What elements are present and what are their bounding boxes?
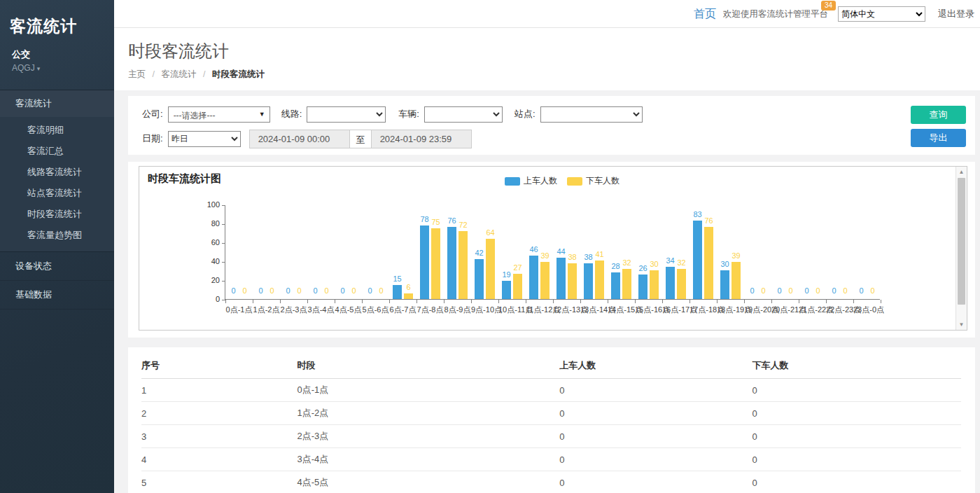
- col-header-timeslot: 时段: [297, 350, 559, 379]
- bar-boarding: [611, 272, 620, 299]
- home-link[interactable]: 首页: [694, 7, 716, 22]
- table-cell: 1点-2点: [297, 402, 559, 425]
- date-end-input[interactable]: [371, 130, 472, 148]
- scroll-down-arrow[interactable]: ▼: [956, 319, 967, 330]
- table-row: 10点-1点00: [141, 379, 961, 402]
- date-start-input[interactable]: [249, 130, 350, 148]
- sidebar-subitem[interactable]: 站点客流统计: [0, 183, 114, 204]
- language-select[interactable]: 简体中文: [838, 6, 925, 22]
- sidebar-subitem[interactable]: 客流汇总: [0, 141, 114, 162]
- legend-label: 上车人数: [524, 175, 557, 187]
- bar-boarding: [720, 270, 729, 299]
- bar-value-label: 76: [698, 216, 720, 225]
- legend-item-boarding[interactable]: 上车人数: [505, 175, 557, 187]
- station-select[interactable]: [540, 106, 643, 123]
- notification-badge[interactable]: 34: [821, 1, 836, 11]
- x-axis-tick: [416, 300, 417, 303]
- bar-alighting: [595, 261, 604, 299]
- logout-link[interactable]: 退出登录: [938, 8, 974, 20]
- table-cell: 0: [752, 402, 961, 425]
- scrollbar-thumb[interactable]: [958, 178, 965, 305]
- x-axis-tick: [580, 300, 581, 303]
- bar-boarding: [447, 227, 456, 299]
- sidebar-item-passenger-stats[interactable]: 客流统计: [0, 90, 114, 117]
- bar-alighting: [404, 293, 413, 299]
- table-panel: 序号 时段 上车人数 下车人数 10点-1点0021点-2点0032点-3点00…: [128, 347, 975, 493]
- x-axis-tick: [608, 300, 608, 303]
- x-axis-label: 22点-23点: [826, 305, 853, 315]
- scroll-up-arrow[interactable]: ▲: [956, 167, 967, 177]
- y-axis-label: 20: [196, 276, 220, 284]
- company-select[interactable]: ---请选择--- ▼: [168, 106, 270, 123]
- x-axis-tick: [389, 300, 390, 303]
- bar-alighting: [677, 269, 686, 299]
- bar-boarding: [584, 263, 593, 299]
- breadcrumb: 主页 / 客流统计 / 时段客流统计: [128, 69, 980, 81]
- breadcrumb-separator: /: [152, 69, 154, 79]
- company-label: 公司:: [142, 108, 163, 120]
- date-label: 日期:: [142, 132, 163, 145]
- export-button[interactable]: 导出: [911, 129, 966, 147]
- search-button[interactable]: 查询: [911, 106, 966, 124]
- sidebar-subitem[interactable]: 时段客流统计: [0, 204, 114, 225]
- bar-chart-plot: 0204060801000点-1点001点-2点002点-3点003点-4点00…: [225, 205, 880, 300]
- table-cell: 0: [559, 379, 752, 402]
- breadcrumb-passenger-stats[interactable]: 客流统计: [161, 69, 196, 79]
- sidebar: 客流统计 公交 AQGJ▾ 客流统计 客流明细客流汇总线路客流统计站点客流统计时…: [0, 0, 114, 493]
- bar-value-label: 72: [452, 221, 474, 229]
- bar-value-label: 32: [671, 258, 692, 267]
- date-preset-select[interactable]: 昨日: [168, 131, 241, 147]
- breadcrumb-home[interactable]: 主页: [128, 69, 146, 79]
- account-name: AQGJ: [12, 63, 35, 73]
- x-axis-label: 18点-19点: [717, 305, 744, 315]
- sidebar-item-base-data[interactable]: 基础数据: [0, 281, 114, 310]
- table-row: 32点-3点00: [141, 425, 961, 448]
- table-cell: 0: [559, 425, 752, 448]
- chart-legend: 上车人数 下车人数: [505, 175, 629, 187]
- bar-alighting: [732, 262, 741, 299]
- legend-label: 下车人数: [586, 175, 620, 187]
- bar-boarding: [666, 267, 675, 299]
- topbar: 首页 欢迎使用客流统计管理平台 34 简体中文 退出登录: [114, 0, 980, 28]
- sidebar-subitem[interactable]: 线路客流统计: [0, 162, 114, 183]
- x-axis-label: 11点-12点: [526, 305, 553, 315]
- vehicle-select[interactable]: [424, 106, 503, 123]
- table-cell: 0: [752, 471, 961, 493]
- org-name: 公交: [0, 37, 114, 61]
- y-axis-tick: [222, 281, 225, 282]
- sidebar-subitem[interactable]: 客流量趋势图: [0, 225, 114, 246]
- chart-scrollbar[interactable]: ▲ ▼: [955, 167, 967, 330]
- table-row: 21点-2点00: [141, 402, 961, 425]
- x-axis-label: 0点-1点: [225, 305, 253, 315]
- legend-item-alighting[interactable]: 下车人数: [567, 175, 620, 187]
- line-select[interactable]: [307, 106, 386, 123]
- bar-boarding: [556, 258, 566, 299]
- vehicle-label: 车辆:: [398, 108, 419, 120]
- table-cell: 0: [559, 448, 752, 471]
- sidebar-item-device-status[interactable]: 设备状态: [0, 252, 114, 281]
- x-axis-label: 15点-16点: [635, 305, 662, 315]
- table-cell: 0: [559, 471, 752, 493]
- x-axis-tick: [799, 300, 799, 303]
- x-axis-label: 23点-0点: [853, 305, 881, 315]
- x-axis-label: 7点-8点: [416, 305, 444, 315]
- x-axis-label: 3点-4点: [307, 305, 335, 315]
- bar-alighting: [650, 270, 659, 299]
- bar-boarding: [475, 259, 484, 299]
- x-axis-label: 20点-21点: [771, 305, 799, 315]
- col-header-index: 序号: [141, 350, 297, 379]
- company-select-value: ---请选择---: [174, 111, 216, 120]
- table-cell: 5: [141, 471, 297, 493]
- x-axis-label: 19点-20点: [744, 305, 771, 315]
- col-header-boarding: 上车人数: [559, 350, 752, 379]
- account-dropdown[interactable]: AQGJ▾: [0, 61, 114, 73]
- table-cell: 0点-1点: [297, 379, 559, 402]
- chart-title: 时段车流统计图: [148, 172, 221, 186]
- bar-boarding: [693, 221, 702, 299]
- table-cell: 3: [141, 425, 297, 448]
- sidebar-subitem[interactable]: 客流明细: [0, 120, 114, 141]
- bar-alighting: [486, 239, 495, 299]
- page-title: 时段客流统计: [128, 40, 980, 62]
- bar-value-label: 15: [386, 275, 408, 283]
- x-axis-tick: [307, 300, 308, 303]
